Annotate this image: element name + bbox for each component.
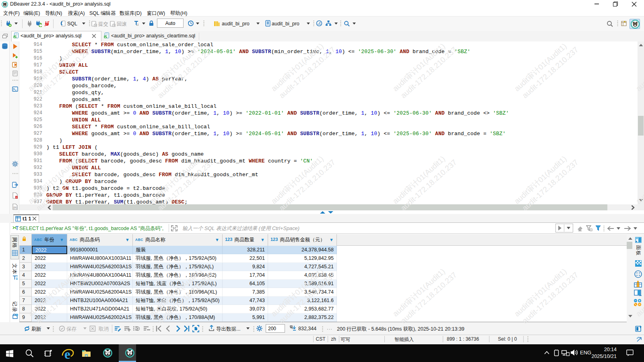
svg-text:!: ! [16,196,17,199]
svg-text:(x): (x) [13,206,17,209]
